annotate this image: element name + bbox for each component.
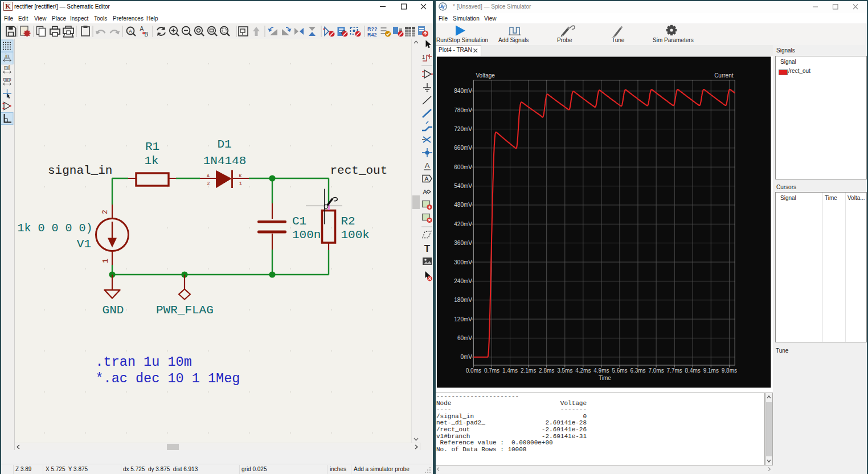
- svg-text:660mV: 660mV: [454, 145, 472, 151]
- svg-text:R??: R??: [367, 26, 378, 32]
- svg-text:240mV: 240mV: [454, 278, 472, 284]
- svg-text:540mV: 540mV: [454, 183, 472, 189]
- svg-text:360mV: 360mV: [454, 240, 472, 246]
- svg-text:6.3ms: 6.3ms: [630, 367, 645, 374]
- svg-text:PWR_FLAG: PWR_FLAG: [156, 304, 214, 317]
- svg-text:Current: Current: [714, 72, 734, 79]
- svg-text:1: 1: [101, 259, 110, 263]
- svg-text:3.5ms: 3.5ms: [557, 367, 572, 374]
- svg-text:mil: mil: [4, 64, 10, 70]
- svg-text:Time: Time: [599, 375, 611, 381]
- svg-text:9.1ms: 9.1ms: [703, 367, 719, 374]
- svg-text:1N4148: 1N4148: [203, 154, 247, 167]
- svg-text:0.0ms: 0.0ms: [466, 367, 481, 374]
- svg-text:R1: R1: [145, 140, 159, 153]
- svg-text:0mV: 0mV: [460, 354, 472, 360]
- svg-text:720mV: 720mV: [454, 126, 472, 132]
- svg-text:1k 0 0 0 0): 1k 0 0 0 0): [18, 222, 93, 235]
- svg-text:A: A: [129, 28, 132, 34]
- svg-text:300mV: 300mV: [454, 259, 472, 265]
- svg-text:A: A: [424, 175, 429, 182]
- svg-text:K: K: [5, 2, 11, 10]
- svg-text:R2: R2: [341, 215, 355, 228]
- svg-text:1: 1: [239, 181, 242, 186]
- svg-text:signal_in: signal_in: [48, 164, 112, 177]
- svg-text:4.9ms: 4.9ms: [593, 367, 609, 374]
- svg-text:V1: V1: [77, 238, 91, 251]
- svg-text:0.7ms: 0.7ms: [484, 367, 499, 374]
- svg-text:T: T: [424, 243, 431, 254]
- svg-text:1.4ms: 1.4ms: [502, 367, 518, 374]
- svg-text:180mV: 180mV: [454, 297, 472, 303]
- svg-text:A: A: [207, 173, 210, 178]
- svg-text:480mV: 480mV: [454, 202, 472, 208]
- svg-text:.tran 1u 10m: .tran 1u 10m: [96, 354, 192, 370]
- svg-text:2: 2: [207, 181, 210, 186]
- svg-text:7.0ms: 7.0ms: [648, 367, 664, 374]
- svg-text:840mV: 840mV: [454, 88, 472, 94]
- svg-text:2: 2: [101, 210, 109, 214]
- svg-text:in: in: [5, 53, 9, 59]
- svg-text:D1: D1: [217, 138, 231, 151]
- svg-text:Voltage: Voltage: [476, 72, 496, 79]
- svg-text:A: A: [140, 26, 144, 32]
- svg-text:B: B: [145, 31, 149, 38]
- svg-text:600mV: 600mV: [454, 164, 472, 170]
- svg-text:1k: 1k: [144, 154, 158, 167]
- svg-text:1: 1: [422, 54, 425, 60]
- svg-text:120mV: 120mV: [454, 316, 472, 322]
- svg-text:K: K: [239, 173, 242, 178]
- svg-text:rect_out: rect_out: [330, 164, 388, 177]
- svg-text:*.ac dec 10 1 1Meg: *.ac dec 10 1 1Meg: [96, 371, 240, 386]
- svg-text:9.8ms: 9.8ms: [722, 367, 737, 374]
- svg-text:420mV: 420mV: [454, 221, 472, 227]
- svg-text:A: A: [425, 161, 430, 170]
- svg-text:5.6ms: 5.6ms: [612, 367, 627, 374]
- svg-text:8.4ms: 8.4ms: [685, 367, 701, 374]
- svg-text:C1: C1: [292, 215, 306, 228]
- svg-text:2.8ms: 2.8ms: [539, 367, 554, 374]
- svg-text:4.2ms: 4.2ms: [575, 367, 591, 374]
- svg-text:780mV: 780mV: [454, 107, 472, 113]
- svg-text:100k: 100k: [341, 228, 370, 242]
- svg-text:mm: mm: [3, 76, 11, 82]
- svg-text:100n: 100n: [292, 228, 321, 242]
- svg-text:60mV: 60mV: [457, 335, 472, 341]
- svg-text:7.7ms: 7.7ms: [667, 367, 682, 374]
- svg-text:2.1ms: 2.1ms: [521, 367, 536, 374]
- svg-text:GND: GND: [103, 304, 124, 317]
- svg-text:R42: R42: [367, 32, 377, 38]
